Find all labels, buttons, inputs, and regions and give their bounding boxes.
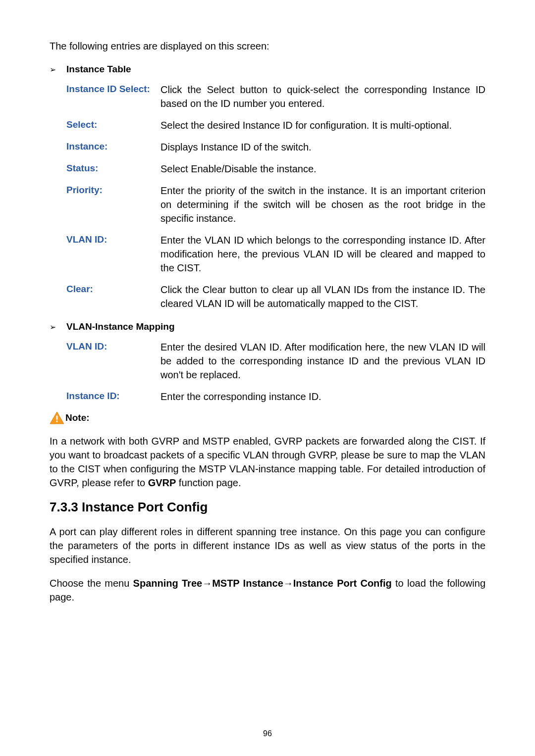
def-row: Instance ID: Enter the corresponding ins… (66, 390, 485, 403)
def-term: Instance: (66, 140, 160, 154)
note-label: Note: (65, 412, 90, 423)
def-desc: Select Enable/Disable the instance. (160, 162, 485, 176)
instance-table-heading: Instance Table (66, 64, 131, 75)
def-term: VLAN ID: (66, 233, 160, 275)
chevron-right-icon: ➢ (50, 321, 66, 332)
menu-path-pre: Choose the menu (50, 578, 133, 589)
def-row: Status: Select Enable/Disable the instan… (66, 162, 485, 176)
def-term: Select: (66, 118, 160, 132)
instance-port-config-menu-path: Choose the menu Spanning Tree→MSTP Insta… (50, 576, 485, 604)
def-row: Clear: Click the Clear button to clear u… (66, 283, 485, 310)
note-body: In a network with both GVRP and MSTP ena… (50, 434, 485, 490)
def-term: Clear: (66, 283, 160, 310)
def-desc: Enter the corresponding instance ID. (160, 390, 485, 403)
def-row: Instance ID Select: Click the Select but… (66, 83, 485, 110)
def-term: Status: (66, 162, 160, 176)
def-row: VLAN ID: Enter the desired VLAN ID. Afte… (66, 340, 485, 382)
instance-port-config-intro: A port can play different roles in diffe… (50, 525, 485, 566)
svg-rect-2 (56, 421, 58, 422)
vlan-instance-mapping-defs: VLAN ID: Enter the desired VLAN ID. Afte… (66, 340, 485, 403)
note-body-bold: GVRP (148, 477, 176, 488)
menu-path-bold: Spanning Tree→MSTP Instance→Instance Por… (133, 578, 392, 589)
intro-text: The following entries are displayed on t… (50, 40, 485, 53)
svg-rect-1 (56, 415, 58, 419)
def-desc: Click the Select button to quick-select … (160, 83, 485, 110)
note-body-pre: In a network with both GVRP and MSTP ena… (50, 436, 485, 488)
def-row: VLAN ID: Enter the VLAN ID which belongs… (66, 233, 485, 275)
note-body-post: function page. (176, 477, 241, 488)
def-desc: Enter the desired VLAN ID. After modific… (160, 340, 485, 382)
def-desc: Select the desired Instance ID for confi… (160, 118, 485, 132)
def-row: Select: Select the desired Instance ID f… (66, 118, 485, 132)
warning-icon (50, 411, 64, 424)
def-term: Instance ID Select: (66, 83, 160, 110)
def-desc: Enter the VLAN ID which belongs to the c… (160, 233, 485, 275)
instance-table-defs: Instance ID Select: Click the Select but… (66, 83, 485, 310)
note-heading-row: Note: (50, 411, 485, 424)
instance-table-heading-row: ➢ Instance Table (50, 64, 485, 75)
vlan-instance-mapping-heading-row: ➢ VLAN-Instance Mapping (50, 321, 485, 332)
def-desc: Click the Clear button to clear up all V… (160, 283, 485, 310)
def-term: VLAN ID: (66, 340, 160, 382)
vlan-instance-mapping-heading: VLAN-Instance Mapping (66, 321, 175, 332)
def-row: Instance: Displays Instance ID of the sw… (66, 140, 485, 154)
instance-port-config-heading: 7.3.3 Instance Port Config (50, 500, 485, 515)
page-number: 96 (0, 729, 535, 738)
chevron-right-icon: ➢ (50, 64, 66, 74)
def-desc: Enter the priority of the switch in the … (160, 184, 485, 225)
def-term: Instance ID: (66, 390, 160, 403)
def-term: Priority: (66, 184, 160, 225)
def-desc: Displays Instance ID of the switch. (160, 140, 485, 154)
def-row: Priority: Enter the priority of the swit… (66, 184, 485, 225)
document-page: The following entries are displayed on t… (0, 0, 535, 756)
